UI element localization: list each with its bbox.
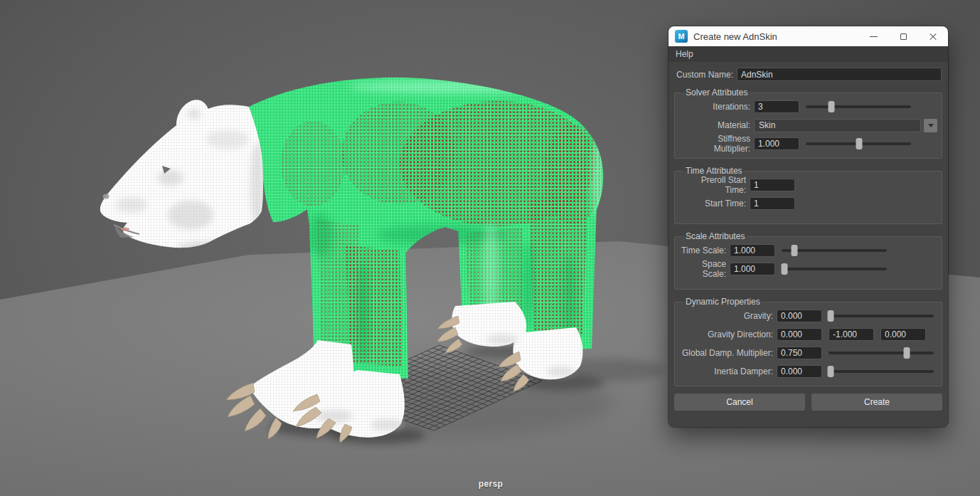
global-damp-slider-handle[interactable]: [903, 347, 910, 359]
gravity-direction-label: Gravity Direction:: [679, 329, 773, 339]
section-solver-attributes: Solver Attributes Iterations: Material: …: [674, 88, 942, 159]
bear-nostril: [103, 194, 110, 199]
gravity-input[interactable]: [777, 310, 822, 322]
preroll-start-time-input[interactable]: [750, 179, 795, 191]
global-damp-row: Global Damp. Multiplier:: [679, 344, 937, 362]
close-button[interactable]: [918, 26, 948, 46]
inertia-damper-slider[interactable]: [829, 370, 934, 373]
custom-name-label: Custom Name:: [675, 70, 733, 80]
section-title-dynamic: Dynamic Properties: [683, 297, 763, 307]
create-adnskin-dialog: M Create new AdnSkin Help Custom Name: S…: [669, 26, 948, 427]
material-dropdown-value: Skin: [759, 120, 775, 130]
stiffness-slider-handle[interactable]: [856, 138, 863, 149]
section-title-time: Time Attributes: [683, 166, 745, 176]
custom-name-row: Custom Name:: [669, 65, 948, 86]
time-scale-slider-handle[interactable]: [791, 245, 797, 256]
section-scale-attributes: Scale Attributes Time Scale: Space Scale…: [674, 231, 942, 290]
iterations-slider-handle[interactable]: [828, 101, 834, 112]
maximize-button[interactable]: [888, 26, 918, 46]
section-title-solver: Solver Attributes: [683, 88, 750, 97]
window-controls: [858, 26, 948, 46]
bear-tongue: [121, 228, 129, 231]
space-scale-slider-handle[interactable]: [782, 263, 788, 275]
iterations-row: Iterations:: [679, 97, 937, 116]
menu-help[interactable]: Help: [669, 46, 701, 62]
stiffness-slider[interactable]: [806, 142, 911, 145]
maya-app-icon: M: [675, 30, 688, 43]
create-button[interactable]: Create: [811, 394, 942, 411]
stiffness-label: Stiffness Multiplier:: [679, 134, 750, 154]
bear-ear-inner: [188, 109, 201, 119]
dialog-title: Create new AdnSkin: [693, 31, 777, 42]
minimize-button[interactable]: [858, 26, 888, 46]
gravity-slider-handle[interactable]: [827, 310, 833, 322]
space-scale-label: Space Scale:: [679, 259, 726, 279]
inertia-damper-label: Inertia Damper:: [679, 366, 773, 376]
bear-head: [100, 100, 265, 254]
gravity-direction-row: Gravity Direction:: [679, 325, 937, 344]
iterations-slider[interactable]: [806, 105, 911, 108]
camera-label: persp: [448, 479, 533, 489]
maximize-icon: [900, 33, 907, 40]
dialog-actions: Cancel Create: [674, 394, 942, 411]
custom-name-input[interactable]: [737, 68, 942, 81]
section-title-scale: Scale Attributes: [683, 231, 747, 241]
gravity-direction-x-input[interactable]: [777, 328, 822, 341]
time-scale-input[interactable]: [730, 244, 775, 257]
section-dynamic-properties: Dynamic Properties Gravity: Gravity Dire…: [674, 297, 942, 386]
gravity-row: Gravity:: [679, 307, 937, 325]
space-scale-row: Space Scale:: [679, 260, 937, 278]
material-dropdown[interactable]: Skin: [754, 119, 921, 132]
stiffness-input[interactable]: [754, 137, 799, 150]
inertia-damper-slider-handle[interactable]: [827, 366, 833, 377]
iterations-input[interactable]: [754, 100, 799, 113]
global-damp-input[interactable]: [777, 347, 822, 359]
time-scale-label: Time Scale:: [679, 246, 726, 255]
time-scale-slider[interactable]: [782, 249, 887, 252]
section-time-attributes: Time Attributes Preroll Start Time: Star…: [674, 166, 942, 224]
global-damp-slider[interactable]: [829, 352, 934, 354]
dialog-titlebar[interactable]: M Create new AdnSkin: [669, 26, 948, 46]
gravity-label: Gravity:: [679, 311, 773, 321]
stiffness-row: Stiffness Multiplier:: [679, 134, 937, 153]
space-scale-input[interactable]: [730, 263, 775, 275]
material-dropdown-button[interactable]: [924, 119, 937, 132]
minimize-icon: [870, 36, 878, 37]
preroll-start-time-label: Preroll Start Time:: [679, 175, 746, 195]
chevron-down-icon: [928, 124, 934, 127]
dialog-body: Custom Name: Solver Attributes Iteration…: [669, 62, 948, 411]
time-scale-row: Time Scale:: [679, 241, 937, 260]
global-damp-label: Global Damp. Multiplier:: [679, 348, 773, 358]
close-icon: [929, 32, 937, 41]
inertia-damper-input[interactable]: [777, 365, 822, 378]
start-time-label: Start Time:: [679, 199, 746, 209]
gravity-direction-z-input[interactable]: [880, 328, 926, 341]
start-time-row: Start Time:: [679, 194, 937, 213]
gravity-slider[interactable]: [829, 315, 934, 317]
start-time-input[interactable]: [750, 197, 795, 210]
material-row: Material: Skin: [679, 116, 937, 134]
cancel-button[interactable]: Cancel: [674, 394, 805, 411]
iterations-label: Iterations:: [679, 102, 750, 112]
maya-screen: persp M Create new AdnSkin Help Custom N…: [0, 0, 980, 496]
material-label: Material:: [679, 120, 750, 130]
inertia-damper-row: Inertia Damper:: [679, 362, 937, 381]
preroll-start-time-row: Preroll Start Time:: [679, 176, 937, 194]
gravity-direction-y-input[interactable]: [829, 328, 874, 341]
space-scale-slider[interactable]: [782, 268, 887, 270]
menu-bar: Help: [669, 46, 948, 62]
